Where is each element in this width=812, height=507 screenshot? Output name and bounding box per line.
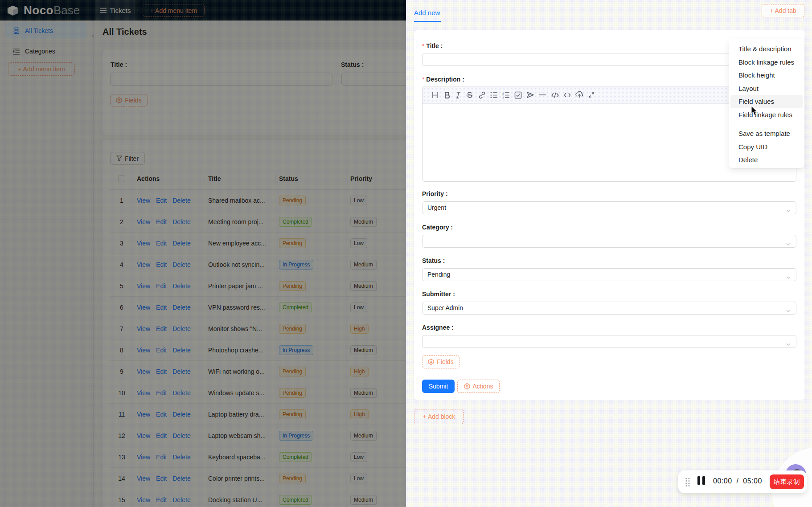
svg-text:3: 3	[502, 96, 504, 98]
